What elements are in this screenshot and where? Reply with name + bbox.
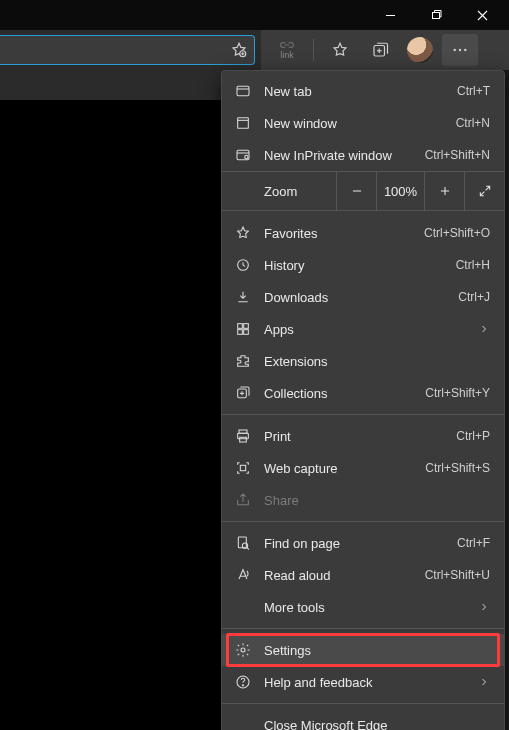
svg-rect-25 [244,324,249,329]
inprivate-icon [234,146,252,164]
address-bar[interactable] [0,35,255,65]
add-favorite-icon[interactable] [230,41,248,59]
menu-label: Read aloud [264,568,413,583]
menu-label: Print [264,429,444,444]
chevron-right-icon [478,323,490,335]
svg-line-37 [247,548,249,550]
menu-separator [222,414,504,415]
menu-share: Share [222,484,504,516]
menu-label: Help and feedback [264,675,466,690]
svg-rect-24 [238,324,243,329]
menu-history[interactable]: History Ctrl+H [222,249,504,281]
find-icon [234,534,252,552]
apps-icon [234,320,252,338]
menu-new-tab[interactable]: New tab Ctrl+T [222,75,504,107]
svg-point-38 [241,648,245,652]
menu-new-window[interactable]: New window Ctrl+N [222,107,504,139]
settings-highlight: Settings [222,634,504,666]
menu-label: Web capture [264,461,413,476]
toolbar-right: link [261,30,509,70]
extensions-icon [234,352,252,370]
svg-point-10 [454,49,456,51]
svg-point-11 [459,49,461,51]
menu-help-feedback[interactable]: Help and feedback [222,666,504,698]
link-button[interactable]: link [269,34,305,66]
menu-collections[interactable]: Collections Ctrl+Shift+Y [222,377,504,409]
address-bar-region [0,30,261,70]
avatar [407,37,433,63]
svg-point-19 [245,155,248,158]
menu-shortcut: Ctrl+T [457,84,490,98]
menu-shortcut: Ctrl+Shift+Y [425,386,490,400]
svg-rect-15 [238,118,249,129]
history-icon [234,256,252,274]
menu-shortcut: Ctrl+Shift+U [425,568,490,582]
window-restore-button[interactable] [413,0,459,30]
menu-extensions[interactable]: Extensions [222,345,504,377]
collections-icon [234,384,252,402]
menu-shortcut: Ctrl+Shift+S [425,461,490,475]
gear-icon [234,641,252,659]
menu-favorites[interactable]: Favorites Ctrl+Shift+O [222,217,504,249]
new-tab-icon [234,82,252,100]
svg-point-12 [464,49,466,51]
toolbar-separator [313,39,314,61]
chevron-right-icon [478,676,490,688]
svg-point-40 [242,685,243,686]
menu-close-edge[interactable]: Close Microsoft Edge [222,709,504,730]
settings-and-more-button[interactable] [442,34,478,66]
menu-label: Close Microsoft Edge [264,718,490,731]
svg-rect-27 [244,330,249,335]
menu-shortcut: Ctrl+J [458,290,490,304]
menu-zoom-row: Zoom 100% [222,171,504,211]
menu-label: Apps [264,322,466,337]
share-icon [234,491,252,509]
zoom-value: 100% [376,171,424,211]
print-icon [234,427,252,445]
svg-rect-34 [240,465,245,470]
menu-find-on-page[interactable]: Find on page Ctrl+F [222,527,504,559]
zoom-label: Zoom [222,184,336,199]
menu-shortcut: Ctrl+F [457,536,490,550]
menu-shortcut: Ctrl+Shift+O [424,226,490,240]
menu-separator [222,703,504,704]
menu-new-inprivate[interactable]: New InPrivate window Ctrl+Shift+N [222,139,504,171]
menu-shortcut: Ctrl+H [456,258,490,272]
collections-button[interactable] [362,34,398,66]
read-aloud-icon [234,566,252,584]
menu-label: Share [264,493,490,508]
menu-label: Downloads [264,290,446,305]
zoom-in-button[interactable] [424,171,464,211]
profile-button[interactable] [402,34,438,66]
fullscreen-button[interactable] [464,171,504,211]
window-close-button[interactable] [459,0,505,30]
star-icon [234,224,252,242]
menu-label: History [264,258,444,273]
menu-more-tools[interactable]: More tools [222,591,504,623]
menu-label: More tools [264,600,466,615]
menu-label: Favorites [264,226,412,241]
settings-and-more-menu: New tab Ctrl+T New window Ctrl+N New InP… [221,70,505,730]
menu-label: New window [264,116,444,131]
window-titlebar [0,0,509,30]
menu-web-capture[interactable]: Web capture Ctrl+Shift+S [222,452,504,484]
menu-downloads[interactable]: Downloads Ctrl+J [222,281,504,313]
menu-apps[interactable]: Apps [222,313,504,345]
menu-separator [222,628,504,629]
window-minimize-button[interactable] [367,0,413,30]
menu-settings[interactable]: Settings [222,634,504,666]
menu-read-aloud[interactable]: Read aloud Ctrl+Shift+U [222,559,504,591]
browser-toolbar: link [0,30,509,70]
menu-shortcut: Ctrl+Shift+N [425,148,490,162]
svg-rect-13 [237,86,249,95]
help-icon [234,673,252,691]
menu-shortcut: Ctrl+P [456,429,490,443]
menu-print[interactable]: Print Ctrl+P [222,420,504,452]
menu-label: New tab [264,84,445,99]
menu-separator [222,521,504,522]
favorites-button[interactable] [322,34,358,66]
menu-label: Find on page [264,536,445,551]
zoom-out-button[interactable] [336,171,376,211]
menu-shortcut: Ctrl+N [456,116,490,130]
chevron-right-icon [478,601,490,613]
